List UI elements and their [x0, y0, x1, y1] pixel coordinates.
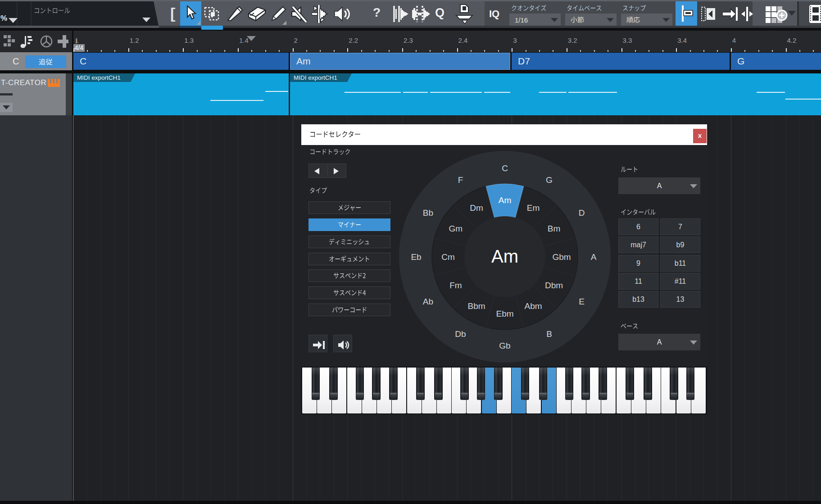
svg-text:Gb: Gb	[499, 341, 510, 350]
svg-text:Gbm: Gbm	[552, 252, 571, 262]
svg-text:B: B	[546, 329, 552, 339]
svg-text:C: C	[502, 163, 508, 173]
svg-text:Eb: Eb	[411, 252, 421, 262]
svg-text:Dbm: Dbm	[545, 281, 563, 290]
svg-text:A: A	[591, 252, 597, 262]
svg-text:Bbm: Bbm	[467, 301, 485, 311]
svg-text:Fm: Fm	[449, 281, 462, 290]
svg-text:Db: Db	[455, 329, 466, 339]
svg-text:E: E	[579, 297, 585, 306]
svg-text:Dm: Dm	[470, 203, 483, 213]
svg-text:Gm: Gm	[449, 224, 463, 233]
svg-text:Cm: Cm	[441, 252, 455, 262]
svg-text:Am: Am	[499, 195, 512, 205]
svg-text:Ebm: Ebm	[496, 309, 513, 318]
svg-text:D: D	[579, 208, 585, 218]
svg-text:G: G	[546, 175, 553, 185]
svg-text:Abm: Abm	[524, 301, 542, 311]
svg-text:Am: Am	[491, 246, 518, 266]
svg-text:Em: Em	[527, 203, 540, 213]
svg-text:Bm: Bm	[548, 224, 561, 233]
svg-text:F: F	[458, 175, 463, 185]
svg-text:Bb: Bb	[423, 208, 433, 218]
svg-text:Ab: Ab	[423, 297, 433, 306]
